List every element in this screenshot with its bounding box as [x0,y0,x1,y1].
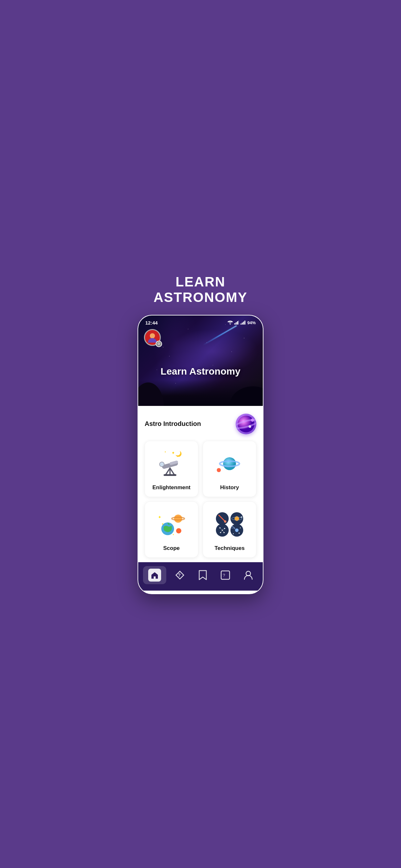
svg-point-11 [251,418,254,422]
card-techniques[interactable]: Techniques [203,501,256,558]
card-enlightenment-label: Enlightenment [152,485,190,491]
svg-text:🌙: 🌙 [175,450,182,457]
phone-frame: 12:44 [137,315,264,594]
profile-avatar[interactable]: ⚙ [144,329,161,346]
status-icons: 94% [227,320,256,325]
techniques-illustration [212,508,247,540]
svg-point-61 [240,527,241,528]
card-enlightenment[interactable]: ✦ ✦ ✦ 🌙 [145,441,198,497]
card-history[interactable]: 🚀 🛰 ❄ 🛸 ⭐ 🔭 [203,441,256,497]
svg-line-19 [166,468,170,475]
card-scope-label: Scope [163,545,180,552]
notes-icon: ? [220,570,230,580]
profile-nav-icon [244,570,253,580]
svg-text:❄: ❄ [237,468,240,471]
svg-rect-6 [243,321,244,324]
svg-rect-22 [164,474,177,476]
card-techniques-label: Techniques [214,545,244,552]
svg-text:✦: ✦ [161,522,164,525]
home-indicator [180,592,221,593]
svg-point-12 [249,425,251,428]
svg-text:📍: 📍 [229,473,233,476]
nav-home[interactable] [143,566,166,584]
bookmark-icon [198,570,207,580]
hero-title: Learn Astronomy [138,366,263,377]
enlightenment-illustration: ✦ ✦ ✦ 🌙 [154,447,189,480]
nav-home-icon-box [148,569,161,582]
battery-percentage: 94% [247,320,256,325]
bottom-nav: ? ? [138,562,263,591]
history-illustration: 🚀 🛰 ❄ 🛸 ⭐ 🔭 [212,447,247,480]
svg-point-8 [150,333,155,338]
svg-rect-4 [241,323,242,324]
svg-text:?: ? [178,572,181,578]
svg-rect-1 [236,322,237,324]
section-title: Astro Introduction [145,420,201,428]
signal-icon [235,321,239,324]
svg-text:🔭: 🔭 [220,458,223,461]
svg-rect-5 [242,322,243,324]
svg-point-48 [241,516,242,518]
svg-text:🛸: 🛸 [215,460,219,464]
hero-section: 12:44 [138,315,263,406]
scope-illustration: ✦ ✦ ✦ [154,508,189,540]
section-header: Astro Introduction [145,414,256,434]
svg-text:✦: ✦ [172,451,175,455]
nav-bookmark[interactable] [193,567,212,583]
svg-point-36 [174,515,182,523]
svg-rect-0 [235,323,235,324]
svg-point-63 [239,532,240,534]
status-bar: 12:44 [138,315,263,326]
svg-rect-65 [221,571,229,579]
svg-text:🛰: 🛰 [237,452,240,455]
svg-text:✦: ✦ [173,533,174,536]
card-scope[interactable]: ✦ ✦ ✦ Scope [145,501,198,558]
home-icon [151,571,158,579]
svg-line-20 [170,468,175,475]
svg-point-62 [233,533,234,534]
svg-rect-2 [237,321,238,324]
svg-text:🚀: 🚀 [216,452,220,456]
svg-point-25 [223,457,236,470]
content-section: Astro Introduction [138,406,263,562]
status-time: 12:44 [145,320,158,326]
svg-text:✦: ✦ [164,450,166,453]
planet-icon [236,414,256,434]
rocks-silhouette [138,380,263,406]
gear-badge: ⚙ [156,341,162,347]
svg-point-29 [217,468,221,472]
page-title: LEARN ASTRONOMY [133,274,268,305]
card-history-label: History [220,485,239,491]
wifi-icon [227,321,233,324]
quiz-icon: ? [175,570,185,580]
outer-container: LEARN ASTRONOMY 12:44 [133,274,268,594]
svg-point-44 [224,520,226,523]
svg-point-60 [235,528,239,532]
svg-point-9 [238,415,254,432]
svg-text:?: ? [223,573,225,578]
nav-notes[interactable]: ? [215,568,235,583]
svg-rect-7 [244,321,245,324]
svg-point-38 [176,528,181,533]
cards-grid: ✦ ✦ ✦ 🌙 [145,441,256,562]
svg-text:✦: ✦ [158,515,161,520]
cellular-icon [241,321,246,324]
nav-quiz[interactable]: ? [169,567,190,583]
nav-profile[interactable] [239,568,258,583]
svg-rect-3 [238,321,239,324]
